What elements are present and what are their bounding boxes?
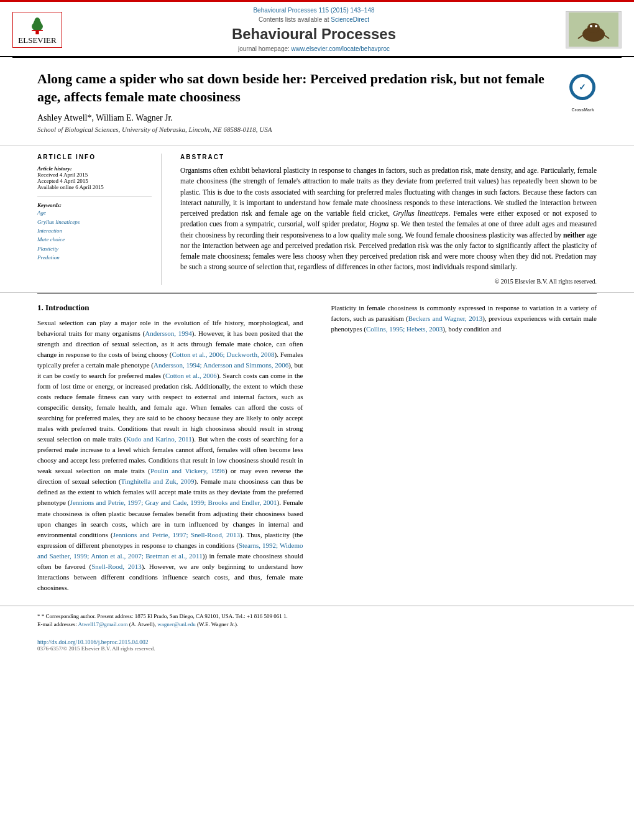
svg-text:✓: ✓ xyxy=(579,82,586,92)
crossmark-badge[interactable]: ✓ CrossMark xyxy=(569,73,597,101)
right-col: Plasticity in female choosiness is commo… xyxy=(325,303,597,593)
copyright: © 2015 Elsevier B.V. All rights reserved… xyxy=(180,278,597,285)
history-label: Article history: xyxy=(37,165,152,172)
elsevier-tree-icon xyxy=(19,14,56,35)
email-label: E-mail addresses: xyxy=(37,621,77,627)
svg-rect-0 xyxy=(35,30,39,34)
svg-point-9 xyxy=(595,25,597,27)
journal-homepage: journal homepage: www.elsevier.com/locat… xyxy=(75,45,553,52)
section1-label: Introduction xyxy=(45,303,90,312)
crossmark-icon: ✓ xyxy=(569,73,597,101)
crossmark-area: ✓ CrossMark xyxy=(569,73,597,101)
body-content: 1. Introduction Sexual selection can pla… xyxy=(0,293,634,602)
sciencedirect-link[interactable]: ScienceDirect xyxy=(331,16,369,23)
email2-name: (W.E. Wagner Jr.). xyxy=(197,621,238,627)
header-center: Behavioural Processes 115 (2015) 143–148… xyxy=(62,7,566,52)
elsevier-label: ELSEVIER xyxy=(18,35,56,45)
homepage-url[interactable]: www.elsevier.com/locate/behavproc xyxy=(292,45,390,52)
abstract-header: ABSTRACT xyxy=(180,154,597,160)
email1[interactable]: Atwell17@gmail.com xyxy=(78,621,128,627)
affiliation: School of Biological Sciences, Universit… xyxy=(37,126,597,133)
keyword-mate-choice: Mate choice xyxy=(37,235,152,244)
keyword-predation: Predation xyxy=(37,253,152,262)
svg-point-3 xyxy=(35,17,40,23)
abstract-section: ABSTRACT Organisms often exhibit behavio… xyxy=(174,154,597,285)
keyword-interaction: Interaction xyxy=(37,226,152,235)
keyword-gryllus: Gryllus lineaticeps xyxy=(37,218,152,226)
article-title-text: Along came a spider who sat down beside … xyxy=(37,70,569,106)
svg-point-7 xyxy=(587,23,600,33)
volume-issue: Behavioural Processes 115 (2015) 143–148 xyxy=(75,7,553,14)
keyword-plasticity: Plasticity xyxy=(37,244,152,253)
keywords-list: Age Gryllus lineaticeps Interaction Mate… xyxy=(37,208,152,262)
journal-header: ELSEVIER Behavioural Processes 115 (2015… xyxy=(0,2,634,57)
body-right-text: Plasticity in female choosiness is commo… xyxy=(331,303,597,335)
article-title-block: Along came a spider who sat down beside … xyxy=(37,70,597,106)
keyword-age: Age xyxy=(37,208,152,217)
article-info: ARTICLE INFO Article history: Received 4… xyxy=(37,154,162,285)
section1-title: 1. Introduction xyxy=(37,303,303,313)
footnote-corresponding: * * Corresponding author. Present addres… xyxy=(37,612,597,621)
footnote-email: E-mail addresses: Atwell17@gmail.com (A.… xyxy=(37,621,597,629)
left-col: 1. Introduction Sexual selection can pla… xyxy=(37,303,313,593)
email2[interactable]: wagner@unl.edu xyxy=(157,621,196,627)
available-date: Available online 6 April 2015 xyxy=(37,184,152,190)
svg-point-8 xyxy=(590,25,592,27)
section1-number: 1. xyxy=(37,303,44,312)
authors: Ashley Atwell*, William E. Wagner Jr. xyxy=(37,113,597,123)
footer: * * Corresponding author. Present addres… xyxy=(0,606,634,655)
two-col-section: ARTICLE INFO Article history: Received 4… xyxy=(0,146,634,293)
animal-image-icon xyxy=(569,12,618,47)
accepted-date: Accepted 4 April 2015 xyxy=(37,178,152,184)
svg-rect-4 xyxy=(32,30,43,31)
contents-line: Contents lists available at ScienceDirec… xyxy=(75,16,553,23)
article-header: Along came a spider who sat down beside … xyxy=(0,58,634,146)
abstract-text: Organisms often exhibit behavioral plast… xyxy=(180,165,597,273)
journal-title: Behavioural Processes xyxy=(75,25,553,43)
doi-line[interactable]: http://dx.doi.org/10.1016/j.beproc.2015.… xyxy=(37,639,597,645)
page: ELSEVIER Behavioural Processes 115 (2015… xyxy=(0,0,634,840)
journal-image xyxy=(566,11,622,48)
article-info-header: ARTICLE INFO xyxy=(37,154,152,160)
elsevier-logo: ELSEVIER xyxy=(12,12,62,48)
keywords-label: Keywords: xyxy=(37,202,152,208)
email1-name: (A. Atwell), xyxy=(129,621,156,627)
body-left-text: Sexual selection can play a major role i… xyxy=(37,318,303,593)
issn-line: 0376-6357/© 2015 Elsevier B.V. All right… xyxy=(37,645,597,652)
keywords-section: Keywords: Age Gryllus lineaticeps Intera… xyxy=(37,202,152,262)
received-date: Received 4 April 2015 xyxy=(37,172,152,178)
article-history: Article history: Received 4 April 2015 A… xyxy=(37,165,152,190)
